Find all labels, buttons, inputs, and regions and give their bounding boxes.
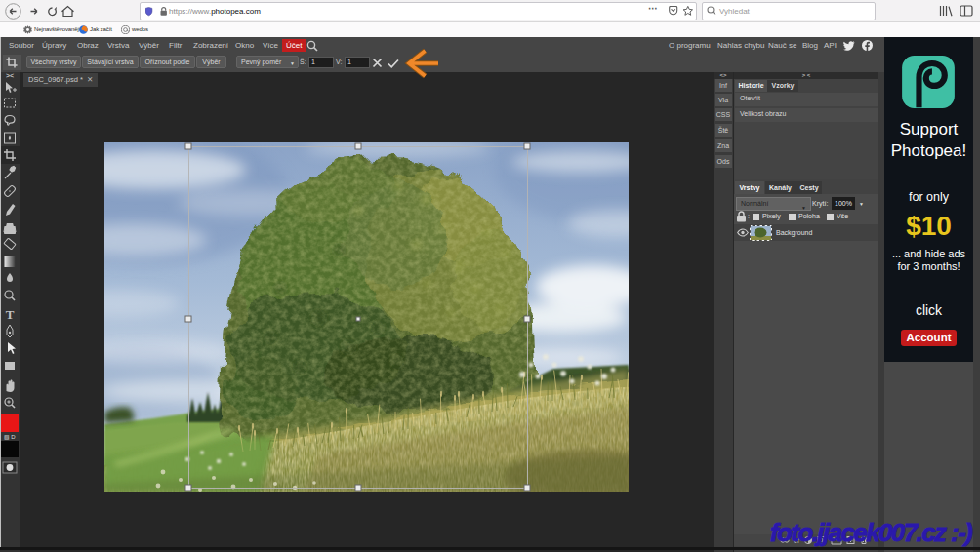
svg-text:▧ D: ▧ D [4, 434, 16, 440]
svg-text:T: T [6, 307, 15, 322]
svg-text:><: >< [6, 72, 14, 79]
